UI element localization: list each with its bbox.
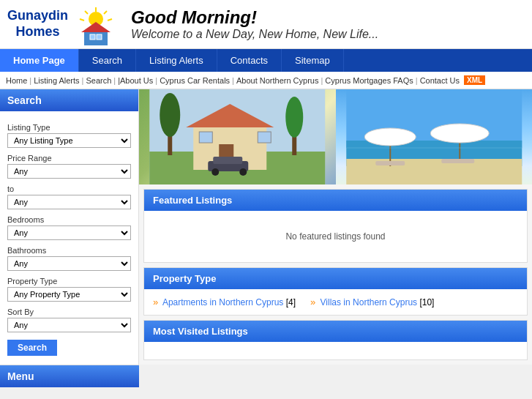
- listing-type-label: Listing Type: [7, 123, 131, 132]
- villas-count: [10]: [419, 297, 434, 307]
- price-range-label: Price Range: [7, 154, 131, 163]
- price-range-to-label: to: [7, 184, 131, 193]
- arrow-icon-apartments: »: [153, 297, 158, 307]
- nav-listing-alerts[interactable]: Listing Alerts: [136, 49, 217, 72]
- nav-contacts[interactable]: Contacts: [217, 49, 282, 72]
- menu-section-title: Menu: [0, 365, 139, 387]
- sidebar: Search Listing Type Any Listing Type Pri…: [0, 89, 139, 365]
- svg-point-20: [285, 97, 303, 138]
- featured-listings-body: No featured listings found: [144, 211, 527, 262]
- nav-search[interactable]: Search: [79, 49, 136, 72]
- svg-rect-30: [375, 161, 405, 165]
- svg-line-4: [80, 19, 84, 20]
- nav-home[interactable]: Home Page: [0, 49, 79, 72]
- svg-line-2: [108, 19, 112, 20]
- logo-icon: [74, 6, 118, 42]
- breadcrumb-search[interactable]: Search: [86, 76, 111, 85]
- greeting-main: Good Morning!: [131, 7, 378, 28]
- search-button[interactable]: Search: [7, 340, 57, 356]
- logo-text: Gunaydin Homes: [7, 8, 68, 40]
- svg-rect-8: [90, 34, 95, 40]
- svg-rect-9: [97, 34, 102, 40]
- bottom-sidebar: Menu: [0, 365, 139, 387]
- price-range-from-select[interactable]: Any: [7, 164, 131, 179]
- breadcrumb-mortgages[interactable]: Cyprus Mortgages FAQs: [325, 76, 413, 85]
- breadcrumb-about-us[interactable]: About Us: [120, 76, 153, 85]
- bedrooms-select[interactable]: Any: [7, 225, 131, 240]
- svg-point-29: [364, 128, 416, 146]
- sort-by-select[interactable]: Any: [7, 318, 131, 332]
- svg-rect-15: [199, 132, 212, 143]
- apartments-link[interactable]: Apartments in Northern Cyprus: [162, 297, 283, 307]
- svg-rect-6: [84, 32, 108, 45]
- banner-house-image: [139, 89, 336, 184]
- bathrooms-label: Bathrooms: [7, 246, 131, 255]
- listing-type-select[interactable]: Any Listing Type: [7, 133, 131, 148]
- property-link-apartments: » Apartments in Northern Cyprus [4]: [153, 297, 296, 307]
- featured-listings-title: Featured Listings: [144, 190, 527, 211]
- most-visited-section: Most Visited Listings: [143, 320, 528, 360]
- breadcrumb: Home | Listing Alerts | Search | | About…: [0, 72, 532, 89]
- arrow-icon-villas: »: [310, 297, 315, 307]
- svg-line-1: [104, 11, 107, 14]
- svg-point-23: [211, 168, 219, 176]
- breadcrumb-home[interactable]: Home: [6, 76, 27, 85]
- nav-bar: Home Page Search Listing Alerts Contacts…: [0, 49, 532, 72]
- breadcrumb-contact-us[interactable]: Contact Us: [420, 76, 460, 85]
- no-listings-msg: No featured listings found: [153, 220, 518, 253]
- svg-rect-27: [346, 159, 522, 184]
- svg-point-18: [160, 93, 180, 137]
- property-type-label: Property Type: [7, 277, 131, 286]
- svg-point-24: [239, 168, 247, 176]
- property-link-villas: » Villas in Northern Cyprus [10]: [310, 297, 434, 307]
- villas-link[interactable]: Villas in Northern Cyprus: [321, 297, 418, 307]
- main-content: Search Listing Type Any Listing Type Pri…: [0, 89, 532, 365]
- greeting: Good Morning! Welcome to a New Day, New …: [131, 7, 378, 41]
- breadcrumb-car-rentals[interactable]: Cyprus Car Rentals: [160, 76, 230, 85]
- svg-rect-33: [441, 159, 474, 163]
- breadcrumb-listing-alerts[interactable]: Listing Alerts: [34, 76, 79, 85]
- greeting-sub: Welcome to a New Day, New Home, New Life…: [131, 28, 378, 41]
- most-visited-body: [144, 342, 527, 359]
- featured-listings-section: Featured Listings No featured listings f…: [143, 189, 528, 263]
- banner-images: [139, 89, 532, 184]
- svg-line-3: [85, 11, 88, 14]
- svg-marker-7: [81, 22, 110, 32]
- breadcrumb-about-northern-cyprus[interactable]: About Northern Cyprus: [236, 76, 319, 85]
- property-type-title: Property Type: [144, 268, 527, 289]
- property-type-select[interactable]: Any Property Type: [7, 287, 131, 302]
- apartments-count: [4]: [286, 297, 296, 307]
- banner-beach-image: [336, 89, 533, 184]
- header: Gunaydin Homes Good Morning! Welcome to …: [0, 0, 532, 49]
- svg-rect-22: [213, 157, 242, 164]
- property-type-section: Property Type » Apartments in Northern C…: [143, 267, 528, 316]
- xml-badge[interactable]: XML: [464, 75, 485, 85]
- price-range-to-select[interactable]: Any: [7, 195, 131, 209]
- nav-sitemap[interactable]: Sitemap: [282, 49, 344, 72]
- property-links: » Apartments in Northern Cyprus [4] » Vi…: [144, 289, 527, 315]
- search-form: Listing Type Any Listing Type Price Rang…: [0, 111, 138, 362]
- content-area: Featured Listings No featured listings f…: [139, 89, 532, 365]
- sort-by-label: Sort By: [7, 307, 131, 316]
- svg-point-32: [430, 124, 489, 143]
- bathrooms-select[interactable]: Any: [7, 256, 131, 271]
- bedrooms-label: Bedrooms: [7, 215, 131, 224]
- most-visited-title: Most Visited Listings: [144, 321, 527, 342]
- bottom-bar: Menu: [0, 365, 532, 387]
- svg-rect-16: [258, 132, 271, 143]
- search-section-title: Search: [0, 89, 138, 111]
